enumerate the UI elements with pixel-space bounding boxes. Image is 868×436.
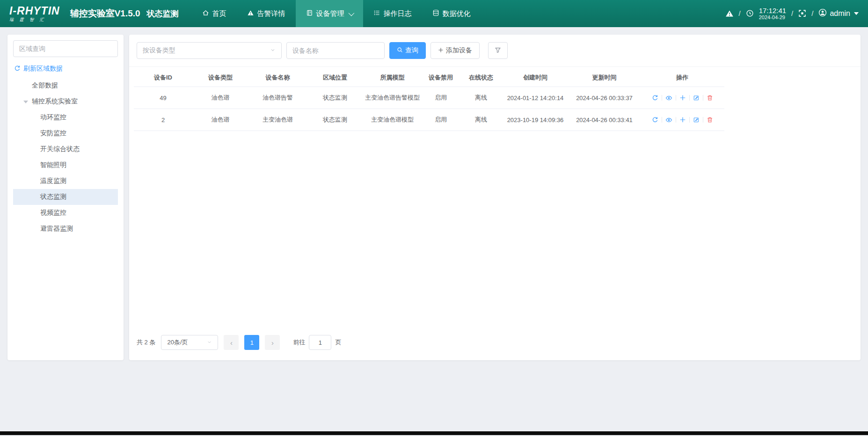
view-eye-icon[interactable]: [665, 94, 672, 102]
nav-label: 数据优化: [443, 9, 471, 18]
tree-label: 智能照明: [40, 161, 66, 169]
column-filter-button[interactable]: [488, 42, 508, 59]
cell-disabled: 启用: [422, 87, 460, 109]
add-point-icon[interactable]: [679, 94, 686, 101]
col-device-name: 设备名称: [248, 67, 307, 87]
cell-region: 状态监测: [307, 87, 363, 109]
add-point-icon[interactable]: [679, 116, 686, 123]
search-button-label: 查询: [405, 46, 418, 55]
device-panel: 按设备类型 查询 添加设备: [129, 35, 861, 360]
region-sidebar: 刷新区域数据 全部数据 辅控系统实验室 动环监控 安防监控 开关综合状态 智能照…: [7, 35, 124, 360]
table-header-row: 设备ID 设备类型 设备名称 区域位置 所属模型 设备禁用 在线状态 创建时间 …: [134, 67, 724, 87]
brand-subtitle: 瑞 霆 智 汇: [9, 18, 60, 22]
fullscreen-icon[interactable]: [798, 9, 806, 17]
action-separator: [676, 95, 676, 101]
cell-region: 状态监测: [307, 109, 363, 131]
cell-model: 主变油色谱告警模型: [363, 87, 422, 109]
user-avatar-icon: [818, 8, 827, 19]
cell-device-name: 主变油色谱: [248, 109, 307, 131]
tree-item-switch-status[interactable]: 开关综合状态: [13, 141, 118, 157]
cell-device-type: 油色谱: [192, 87, 248, 109]
warning-icon[interactable]: [725, 9, 734, 18]
cell-model: 主变油色谱模型: [363, 109, 422, 131]
device-name-input[interactable]: [286, 42, 385, 59]
search-button[interactable]: 查询: [389, 42, 426, 59]
row-actions: [642, 94, 722, 102]
nav-label: 首页: [212, 9, 226, 18]
nav-label: 告警详情: [257, 9, 285, 18]
add-device-button[interactable]: 添加设备: [430, 42, 480, 59]
cell-updated: 2024-04-26 00:33:37: [569, 87, 640, 109]
nav-label: 操作日志: [384, 9, 412, 18]
user-caret-icon: [854, 12, 859, 15]
tree-item-security-monitoring[interactable]: 安防监控: [13, 125, 118, 141]
goto-page: 前往 页: [293, 335, 341, 350]
delete-trash-icon[interactable]: [707, 94, 713, 101]
page-size-select[interactable]: 20条/页: [161, 335, 218, 350]
action-separator: [662, 117, 662, 123]
tree-item-video-monitoring[interactable]: 视频监控: [13, 205, 118, 221]
tree-item-lab-root[interactable]: 辅控系统实验室: [13, 94, 118, 109]
tree-label: 全部数据: [32, 81, 58, 90]
action-separator: [689, 95, 690, 101]
col-updated: 更新时间: [569, 67, 640, 87]
database-icon: [432, 9, 439, 18]
action-separator: [676, 117, 676, 123]
nav-item-home[interactable]: 首页: [192, 0, 237, 27]
col-model: 所属模型: [363, 67, 422, 87]
prev-page-button[interactable]: ‹: [224, 335, 239, 350]
cell-created: 2024-01-12 14:20:14: [502, 87, 569, 109]
cell-device-type: 油色谱: [192, 109, 248, 131]
tree-label: 动环监控: [40, 113, 66, 122]
pagination-bar: 共 2 条 20条/页 ‹ 1 › 前往 页: [129, 327, 861, 360]
tree-item-all-data[interactable]: 全部数据: [13, 78, 118, 94]
device-type-select[interactable]: 按设备类型: [137, 42, 282, 59]
col-disabled: 设备禁用: [422, 67, 460, 87]
view-eye-icon[interactable]: [665, 116, 672, 124]
current-time: 17:12:41: [759, 7, 786, 15]
cell-device-name: 油色谱告警: [248, 87, 307, 109]
cell-online-status: 离线: [460, 109, 502, 131]
cell-online-status: 离线: [460, 87, 502, 109]
tree-item-smart-lighting[interactable]: 智能照明: [13, 157, 118, 173]
header-separator: /: [791, 9, 793, 17]
tree-label: 安防监控: [40, 129, 66, 138]
nav-item-data-optimization[interactable]: 数据优化: [422, 0, 481, 27]
nav-item-device-management[interactable]: 设备管理: [296, 0, 363, 27]
funnel-icon: [495, 47, 501, 55]
refresh-icon: [14, 65, 21, 73]
action-separator: [662, 95, 662, 101]
refresh-action-icon[interactable]: [652, 116, 658, 123]
brand-logo[interactable]: I-RHYTIN 瑞 霆 智 汇: [0, 6, 67, 22]
refresh-action-icon[interactable]: [652, 94, 658, 101]
edit-icon[interactable]: [693, 116, 700, 123]
total-count: 共 2 条: [137, 338, 155, 347]
header-separator: /: [739, 9, 741, 17]
tree-label: 温度监测: [40, 177, 66, 185]
page-1-button[interactable]: 1: [244, 335, 259, 350]
nav-item-operation-log[interactable]: 操作日志: [363, 0, 422, 27]
edit-icon[interactable]: [693, 94, 700, 101]
chevron-down-icon: [207, 339, 212, 346]
chevron-down-icon: [348, 10, 354, 16]
tree-label: 状态监测: [40, 193, 66, 201]
tree-label: 辅控系统实验室: [32, 97, 78, 106]
tree-item-status-monitoring[interactable]: 状态监测: [13, 189, 118, 205]
refresh-region-link[interactable]: 刷新区域数据: [14, 65, 117, 73]
cell-device-id: 49: [134, 87, 192, 109]
user-menu[interactable]: admin: [818, 8, 859, 19]
content-area: 刷新区域数据 全部数据 辅控系统实验室 动环监控 安防监控 开关综合状态 智能照…: [0, 27, 868, 368]
nav-item-alarms[interactable]: 告警详情: [237, 0, 296, 27]
tree-label: 视频监控: [40, 209, 66, 217]
next-page-button[interactable]: ›: [265, 335, 280, 350]
tree-item-temperature-monitoring[interactable]: 温度监测: [13, 173, 118, 189]
log-list-icon: [373, 9, 380, 18]
tree-item-arrester-monitoring[interactable]: 避雷器监测: [13, 221, 118, 237]
delete-trash-icon[interactable]: [707, 116, 713, 123]
region-search-input[interactable]: [13, 40, 118, 57]
filter-toolbar: 按设备类型 查询 添加设备: [129, 35, 861, 67]
goto-page-input[interactable]: [309, 335, 331, 350]
caret-down-icon[interactable]: [23, 101, 28, 103]
device-book-icon: [306, 9, 313, 18]
tree-item-env-monitoring[interactable]: 动环监控: [13, 109, 118, 125]
